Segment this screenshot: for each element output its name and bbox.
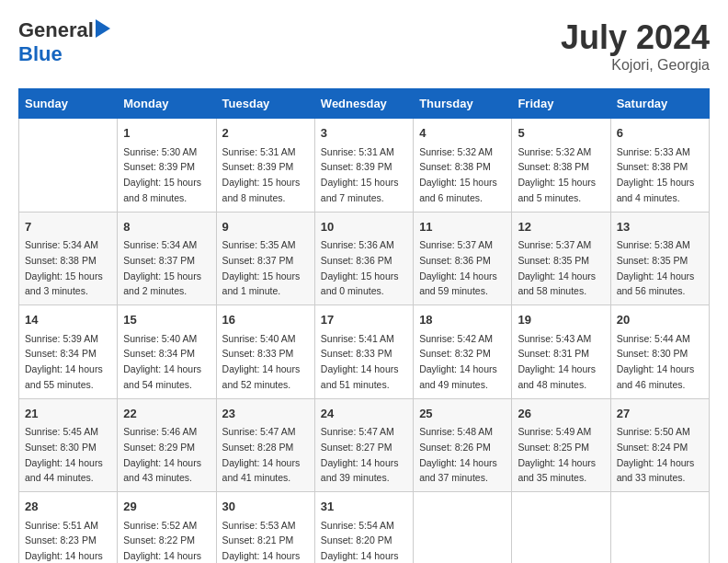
day-info: Sunrise: 5:51 AMSunset: 8:23 PMDaylight:… [25,520,103,564]
cell-w1-d4: 3Sunrise: 5:31 AMSunset: 8:39 PMDaylight… [314,119,413,213]
day-number: 22 [123,405,210,423]
day-info: Sunrise: 5:30 AMSunset: 8:39 PMDaylight:… [123,146,201,203]
cell-w3-d7: 20Sunrise: 5:44 AMSunset: 8:30 PMDayligh… [610,305,709,399]
day-info: Sunrise: 5:34 AMSunset: 8:37 PMDaylight:… [123,239,201,296]
calendar-header: Sunday Monday Tuesday Wednesday Thursday… [19,89,710,119]
cell-w2-d2: 8Sunrise: 5:34 AMSunset: 8:37 PMDaylight… [118,212,216,305]
week-row-4: 21Sunrise: 5:45 AMSunset: 8:30 PMDayligh… [19,398,710,492]
cell-w5-d2: 29Sunrise: 5:52 AMSunset: 8:22 PMDayligh… [118,492,216,564]
logo-arrow-icon [96,19,110,41]
day-info: Sunrise: 5:33 AMSunset: 8:38 PMDaylight:… [617,146,695,203]
cell-w1-d6: 5Sunrise: 5:32 AMSunset: 8:38 PMDaylight… [512,119,610,213]
day-info: Sunrise: 5:35 AMSunset: 8:37 PMDaylight:… [222,239,301,296]
cell-w5-d3: 30Sunrise: 5:53 AMSunset: 8:21 PMDayligh… [216,492,314,564]
tuesday-header: Tuesday [216,89,314,119]
page-header: General Blue July 2024 Kojori, Georgia [18,18,710,74]
day-number: 18 [419,311,506,329]
cell-w3-d4: 17Sunrise: 5:41 AMSunset: 8:33 PMDayligh… [314,305,413,399]
day-info: Sunrise: 5:37 AMSunset: 8:36 PMDaylight:… [419,239,497,296]
cell-w1-d1 [19,119,118,213]
cell-w2-d7: 13Sunrise: 5:38 AMSunset: 8:35 PMDayligh… [610,212,709,305]
cell-w3-d3: 16Sunrise: 5:40 AMSunset: 8:33 PMDayligh… [216,305,314,399]
days-row: Sunday Monday Tuesday Wednesday Thursday… [19,89,710,119]
day-info: Sunrise: 5:37 AMSunset: 8:35 PMDaylight:… [518,239,596,296]
location: Kojori, Georgia [561,57,710,74]
day-number: 7 [25,218,111,236]
day-info: Sunrise: 5:31 AMSunset: 8:39 PMDaylight:… [222,146,301,203]
day-info: Sunrise: 5:45 AMSunset: 8:30 PMDaylight:… [25,426,103,483]
cell-w4-d3: 23Sunrise: 5:47 AMSunset: 8:28 PMDayligh… [216,398,314,492]
day-info: Sunrise: 5:50 AMSunset: 8:24 PMDaylight:… [617,426,695,483]
day-number: 28 [25,498,111,516]
cell-w4-d7: 27Sunrise: 5:50 AMSunset: 8:24 PMDayligh… [610,398,709,492]
thursday-header: Thursday [414,89,512,119]
day-info: Sunrise: 5:36 AMSunset: 8:36 PMDaylight:… [321,239,399,296]
cell-w3-d1: 14Sunrise: 5:39 AMSunset: 8:34 PMDayligh… [19,305,118,399]
cell-w2-d5: 11Sunrise: 5:37 AMSunset: 8:36 PMDayligh… [414,212,512,305]
day-number: 30 [222,498,309,516]
day-number: 5 [518,124,604,143]
cell-w3-d5: 18Sunrise: 5:42 AMSunset: 8:32 PMDayligh… [414,305,512,399]
logo-blue-text: Blue [18,42,63,65]
day-info: Sunrise: 5:52 AMSunset: 8:22 PMDaylight:… [123,520,201,564]
day-number: 1 [123,124,210,143]
day-number: 2 [222,124,309,143]
calendar-table: Sunday Monday Tuesday Wednesday Thursday… [18,88,710,563]
wednesday-header: Wednesday [314,89,413,119]
day-info: Sunrise: 5:39 AMSunset: 8:34 PMDaylight:… [25,333,103,390]
week-row-2: 7Sunrise: 5:34 AMSunset: 8:38 PMDaylight… [19,212,710,305]
day-number: 21 [25,405,111,423]
friday-header: Friday [512,89,610,119]
day-info: Sunrise: 5:53 AMSunset: 8:21 PMDaylight:… [222,520,301,564]
day-info: Sunrise: 5:48 AMSunset: 8:26 PMDaylight:… [419,426,497,483]
day-number: 15 [123,311,210,329]
day-number: 23 [222,405,309,423]
day-number: 10 [321,218,407,236]
day-number: 17 [321,311,407,329]
day-number: 29 [123,498,210,516]
day-number: 8 [123,218,210,236]
cell-w2-d6: 12Sunrise: 5:37 AMSunset: 8:35 PMDayligh… [512,212,610,305]
cell-w4-d2: 22Sunrise: 5:46 AMSunset: 8:29 PMDayligh… [118,398,216,492]
day-info: Sunrise: 5:43 AMSunset: 8:31 PMDaylight:… [518,333,596,390]
day-info: Sunrise: 5:38 AMSunset: 8:35 PMDaylight:… [617,239,695,296]
week-row-1: 1Sunrise: 5:30 AMSunset: 8:39 PMDaylight… [19,119,710,213]
day-info: Sunrise: 5:47 AMSunset: 8:27 PMDaylight:… [321,426,399,483]
day-number: 19 [518,311,604,329]
day-info: Sunrise: 5:40 AMSunset: 8:34 PMDaylight:… [123,333,201,390]
cell-w2-d3: 9Sunrise: 5:35 AMSunset: 8:37 PMDaylight… [216,212,314,305]
day-number: 12 [518,218,604,236]
day-info: Sunrise: 5:44 AMSunset: 8:30 PMDaylight:… [617,333,695,390]
day-info: Sunrise: 5:41 AMSunset: 8:33 PMDaylight:… [321,333,399,390]
title-block: July 2024 Kojori, Georgia [561,18,710,74]
day-number: 27 [617,405,703,423]
day-number: 20 [617,311,703,329]
monday-header: Monday [118,89,216,119]
day-info: Sunrise: 5:54 AMSunset: 8:20 PMDaylight:… [321,520,399,564]
day-number: 3 [321,124,407,143]
day-info: Sunrise: 5:42 AMSunset: 8:32 PMDaylight:… [419,333,497,390]
day-number: 24 [321,405,407,423]
day-number: 16 [222,311,309,329]
svg-marker-0 [96,19,110,38]
cell-w2-d4: 10Sunrise: 5:36 AMSunset: 8:36 PMDayligh… [314,212,413,305]
week-row-3: 14Sunrise: 5:39 AMSunset: 8:34 PMDayligh… [19,305,710,399]
day-number: 6 [617,124,703,143]
day-info: Sunrise: 5:40 AMSunset: 8:33 PMDaylight:… [222,333,301,390]
cell-w1-d3: 2Sunrise: 5:31 AMSunset: 8:39 PMDaylight… [216,119,314,213]
cell-w5-d6 [512,492,610,564]
cell-w5-d5 [414,492,512,564]
day-info: Sunrise: 5:47 AMSunset: 8:28 PMDaylight:… [222,426,301,483]
day-info: Sunrise: 5:32 AMSunset: 8:38 PMDaylight:… [419,146,497,203]
day-info: Sunrise: 5:46 AMSunset: 8:29 PMDaylight:… [123,426,201,483]
cell-w3-d2: 15Sunrise: 5:40 AMSunset: 8:34 PMDayligh… [118,305,216,399]
day-number: 26 [518,405,604,423]
day-number: 25 [419,405,506,423]
cell-w1-d7: 6Sunrise: 5:33 AMSunset: 8:38 PMDaylight… [610,119,709,213]
cell-w5-d7 [610,492,709,564]
cell-w5-d4: 31Sunrise: 5:54 AMSunset: 8:20 PMDayligh… [314,492,413,564]
day-info: Sunrise: 5:31 AMSunset: 8:39 PMDaylight:… [321,146,399,203]
logo-general-text: General [18,18,94,42]
saturday-header: Saturday [610,89,709,119]
day-number: 31 [321,498,407,516]
